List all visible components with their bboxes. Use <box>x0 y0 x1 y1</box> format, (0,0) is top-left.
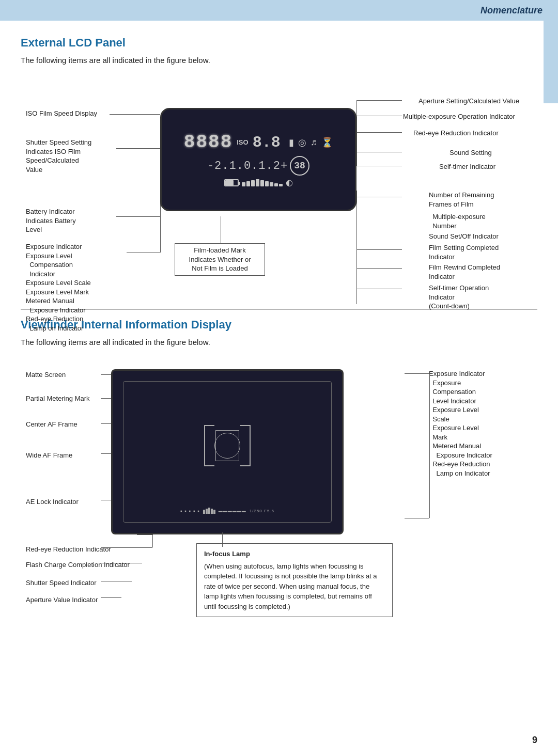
lcd-display: 8888 ISO 8.8 ▮ ◎ ♬ ⏳ <box>160 108 357 211</box>
infocus-title: In-focus Lamp <box>204 549 385 559</box>
vf-diagram-area: Matte Screen Partial Metering Mark Cente… <box>21 359 537 627</box>
page-number: 9 <box>532 735 537 746</box>
vf-strip-bars <box>203 508 215 514</box>
line-filmset <box>357 249 402 250</box>
lcd-bottom-row: ◐ <box>224 178 293 187</box>
vlbl-shutter: Shutter Speed Indicator <box>26 578 97 588</box>
vlbl-center-af: Center AF Frame <box>26 420 78 429</box>
vlbl-aperture-val: Aperture Value Indicator <box>26 595 98 605</box>
vf-line-center <box>101 423 112 424</box>
vf-bar-1 <box>203 510 205 514</box>
vf-strip-text: ▬▬▬▬▬▬ <box>219 509 246 513</box>
lcd-iso: ISO <box>237 138 248 146</box>
aperture-icon: ◎ <box>298 137 306 148</box>
bar-2 <box>246 181 250 186</box>
line-filmloaded-v <box>221 216 221 243</box>
vf-outer-bracket-right <box>240 425 251 466</box>
infocus-box: In-focus Lamp (When using autofocus, lam… <box>196 543 393 617</box>
vf-line-shutter <box>101 581 132 581</box>
vf-numbers: 1/250 F5.6 <box>250 509 274 513</box>
sound-icon: ♬ <box>311 137 318 148</box>
line-battery <box>116 216 160 217</box>
label-aperture: Aperture Setting/Calculated Value <box>419 97 532 106</box>
label-selftimer2: Self-timer OperationIndicator(Count-down… <box>429 284 532 311</box>
line-exposure-v <box>160 201 161 253</box>
line-sound <box>357 152 402 152</box>
q-icon: ◐ <box>286 178 293 187</box>
vf-outer-bracket-left <box>204 425 214 466</box>
bar-5 <box>260 180 264 186</box>
lcd-diagram-area: ISO Film Speed Display Shutter Speed Set… <box>21 77 537 304</box>
lcd-battery-icon <box>224 179 239 186</box>
line-exposure <box>127 253 160 253</box>
vlbl-partial: Partial Metering Mark <box>26 394 90 403</box>
lcd-exposure-bars <box>242 179 283 186</box>
line-shutter <box>116 148 160 149</box>
vf-section: Viewfinder Internal Information Display … <box>21 318 537 627</box>
vf-line-aperture <box>101 597 121 598</box>
lcd-top-row: 8888 ISO 8.8 ▮ ◎ ♬ ⏳ <box>184 132 333 153</box>
vf-bar-5 <box>213 510 215 514</box>
vf-right-line-h1 <box>405 373 429 374</box>
lcd-battery-fill <box>225 180 234 185</box>
bar-1 <box>242 182 245 186</box>
vlbl-matte: Matte Screen <box>26 370 66 380</box>
camera-icon: ▮ <box>289 137 294 148</box>
line-filmrewind <box>357 268 402 269</box>
label-battery: Battery IndicatorIndicates BatteryLevel <box>26 207 116 234</box>
line-iso <box>110 114 160 115</box>
label-sound: Sound Setting <box>450 148 532 158</box>
label-shutter: Shutter Speed SettingIndicates ISO FilmS… <box>26 138 116 174</box>
label-filmrewind: Film Rewind CompletedIndicator <box>429 263 532 281</box>
label-exposure: Exposure IndicatorExposure Level Compens… <box>26 242 127 333</box>
vf-vert-bottom <box>152 534 153 547</box>
lcd-small-digits: 8.8 <box>253 134 281 151</box>
blue-tab <box>544 21 558 103</box>
vf-inner-bracket <box>215 430 239 461</box>
line-right-v1 <box>357 100 357 166</box>
vf-bar-4 <box>211 509 213 514</box>
vlbl-ae-lock: AE Lock Indicator <box>26 497 79 507</box>
line-redeye <box>357 132 402 133</box>
label-selftimer: Self-timer Indicator <box>439 162 532 171</box>
lcd-digits: 8888 <box>184 132 233 153</box>
bar-8 <box>274 183 278 186</box>
label-iso-speed: ISO Film Speed Display <box>26 109 109 118</box>
lcd-exposure-val: -2.1.0.1.2+ <box>207 160 288 172</box>
vf-bar-3 <box>208 508 210 514</box>
vf-inner-border: ▪ ▪ ▪ ▪ ▪ ▬▬▬▬▬▬ 1/250 F5.6 <box>123 381 332 523</box>
vf-center-frame <box>204 425 251 466</box>
label-filmloaded: Film-loaded MarkIndicates Whether orNot … <box>175 243 265 276</box>
vf-section-desc: The following items are all indicated in… <box>21 338 537 346</box>
vf-right-line-v <box>429 373 430 518</box>
vlbl-redeye: Red-eye Reduction Indicator <box>26 545 111 554</box>
bar-9 <box>279 184 283 186</box>
vlbl-exposure-indicator: Exposure Indicator Exposure Compensation… <box>429 369 532 478</box>
bar-7 <box>270 182 273 186</box>
vf-bottom-strip: ▪ ▪ ▪ ▪ ▪ ▬▬▬▬▬▬ 1/250 F5.6 <box>180 508 274 514</box>
label-multiple-num: Multiple-exposure Number <box>429 212 532 230</box>
infocus-line-v <box>222 532 223 547</box>
lcd-frame-num: 38 <box>290 156 309 176</box>
vf-line-redeye <box>101 547 152 548</box>
timer-icon: ⏳ <box>321 137 333 148</box>
header-title: Nomenclature <box>481 5 542 16</box>
lcd-section-desc: The following items are all indicated in… <box>21 56 537 65</box>
lcd-section-title: External LCD Panel <box>21 36 537 50</box>
infocus-text: (When using autofocus, lamp lights when … <box>204 561 385 612</box>
line-multiple-op <box>357 116 402 116</box>
vf-bar-2 <box>206 509 208 514</box>
line-selftimer2 <box>357 289 402 289</box>
content-area: External LCD Panel The following items a… <box>0 21 558 643</box>
label-filmset: Film Setting CompletedIndicator <box>429 243 532 261</box>
line-remaining <box>357 197 402 197</box>
vlbl-flash: Flash Charge Completion Indicator <box>26 560 130 570</box>
vf-line-wide <box>101 453 112 454</box>
vf-line-partial <box>101 398 112 399</box>
vf-line-flash <box>101 563 142 563</box>
vf-display: ▪ ▪ ▪ ▪ ▪ ▬▬▬▬▬▬ 1/250 F5.6 <box>111 369 344 534</box>
vf-circle <box>214 433 240 459</box>
bar-4 <box>256 179 259 186</box>
lcd-section: External LCD Panel The following items a… <box>21 36 537 304</box>
vf-line-matte <box>101 374 112 375</box>
